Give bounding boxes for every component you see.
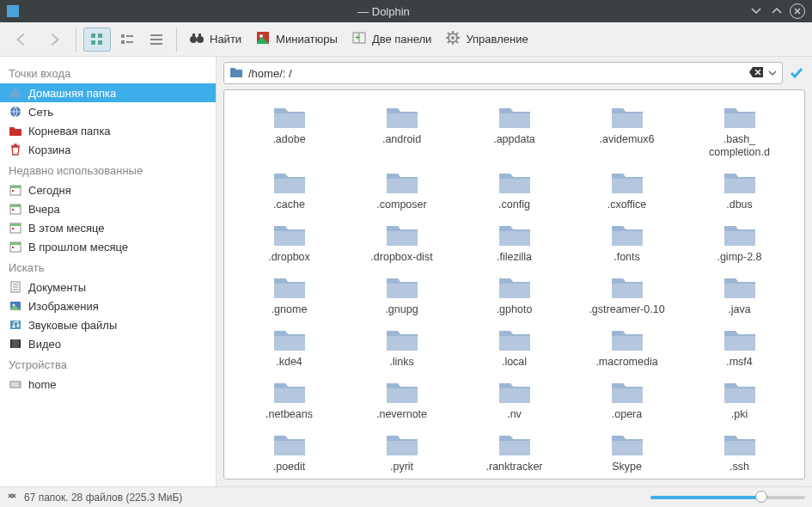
folder-item[interactable]: .cache	[233, 168, 345, 213]
folder-item[interactable]: .pyrit	[345, 430, 458, 475]
view-icons-button[interactable]	[83, 27, 111, 52]
folder-item[interactable]: Skype	[571, 430, 683, 475]
folder-item[interactable]: .gimp-2.8	[683, 220, 796, 266]
home-icon	[9, 86, 22, 100]
thumbnails-icon	[255, 30, 271, 48]
minimize-button[interactable]	[748, 3, 764, 19]
folder-label: .appdata	[493, 133, 535, 146]
calendar-icon	[9, 183, 22, 197]
folder-item[interactable]: .msf4	[683, 325, 796, 370]
sidebar-item[interactable]: Корзина	[0, 140, 216, 159]
sidebar-item[interactable]: Сеть	[0, 102, 216, 121]
folder-item[interactable]: .links	[345, 325, 458, 370]
sidebar-item[interactable]: Корневая папка	[0, 121, 216, 140]
folder-item[interactable]: .nv	[458, 377, 571, 423]
view-details-button[interactable]	[143, 28, 169, 51]
sidebar-item[interactable]: Видео	[0, 334, 216, 353]
maximize-button[interactable]	[769, 3, 785, 19]
folder-item[interactable]: .gnupg	[345, 272, 458, 318]
thumbnails-button[interactable]: Миниатюры	[250, 27, 343, 52]
sidebar-item-label: home	[28, 378, 57, 391]
folder-label: .ranktracker	[486, 461, 543, 473]
sidebar-item[interactable]: Документы	[0, 278, 216, 296]
svg-point-21	[451, 36, 455, 40]
titlebar: — Dolphin	[0, 0, 812, 22]
folder-item[interactable]: .android	[345, 102, 458, 161]
view-compact-button[interactable]	[114, 28, 140, 51]
sidebar-item[interactable]: Домашняя папка	[0, 83, 216, 102]
folder-item[interactable]: .appdata	[458, 102, 571, 161]
gear-icon	[445, 30, 461, 48]
folder-item[interactable]: .nevernote	[345, 377, 458, 423]
zoom-handle[interactable]	[755, 491, 767, 503]
folder-item[interactable]: .poedit	[233, 430, 345, 475]
folder-label: .filezilla	[497, 251, 532, 264]
sidebar-item[interactable]: home	[0, 375, 216, 394]
sidebar-item[interactable]: Вчера	[0, 199, 216, 218]
folder-item[interactable]: .adobe	[233, 102, 345, 161]
folder-label: .gnome	[272, 303, 308, 316]
folder-label: .pyrit	[390, 461, 413, 473]
folder-item[interactable]: .ranktracker	[458, 430, 571, 475]
folder-label: .android	[382, 133, 421, 146]
collapse-status-icon[interactable]	[7, 491, 17, 504]
folder-item[interactable]: .dbus	[683, 168, 796, 213]
back-button[interactable]	[7, 27, 36, 52]
folder-item[interactable]: .java	[683, 272, 796, 318]
find-label: Найти	[210, 33, 241, 46]
sidebar-item-label: Видео	[28, 338, 61, 351]
sidebar-item[interactable]: Звуковые файлы	[0, 315, 216, 334]
window-title: — Dolphin	[24, 5, 743, 18]
folder-label: .pki	[731, 408, 748, 421]
folder-item[interactable]: .pki	[683, 377, 796, 423]
accept-path-button[interactable]	[788, 64, 805, 82]
folder-label: .netbeans	[266, 408, 313, 421]
clear-path-icon[interactable]	[749, 67, 763, 80]
folder-item[interactable]: .local	[458, 325, 571, 370]
split-button[interactable]: + Две панели	[346, 27, 437, 52]
forward-button[interactable]	[40, 27, 69, 52]
close-button[interactable]	[790, 3, 805, 19]
svg-rect-46	[19, 339, 21, 348]
folder-item[interactable]: .gstreamer-0.10	[571, 272, 683, 318]
sidebar-item[interactable]: Изображения	[0, 296, 216, 315]
folder-item[interactable]: .avidemux6	[571, 102, 683, 161]
svg-rect-33	[10, 242, 21, 245]
zoom-slider[interactable]	[650, 496, 805, 499]
folder-label: .nevernote	[376, 408, 427, 421]
sidebar-item[interactable]: В этом месяце	[0, 218, 216, 237]
folder-label: .local	[502, 356, 527, 369]
path-text: /home/: /	[248, 67, 744, 80]
control-button[interactable]: Управление	[440, 27, 533, 52]
thumbnails-label: Миниатюры	[276, 33, 338, 46]
sidebar: Точки входаДомашняя папкаСетьКорневая па…	[0, 57, 217, 486]
folder-item[interactable]: .gphoto	[458, 272, 571, 318]
chevron-down-icon[interactable]	[768, 67, 777, 80]
status-text: 67 папок. 28 файлов (225.3 МиБ)	[24, 492, 182, 504]
svg-rect-34	[12, 247, 14, 248]
folder-item[interactable]: .opera	[571, 377, 683, 423]
sidebar-section-title: Устройства	[0, 353, 216, 375]
folder-item[interactable]: .config	[458, 168, 571, 213]
folder-item[interactable]: .dropbox-dist	[345, 220, 458, 266]
folder-item[interactable]: .ssh	[683, 430, 796, 475]
folder-item[interactable]: .gnome	[233, 272, 345, 318]
folder-item[interactable]: .macromedia	[571, 325, 683, 370]
path-input[interactable]: /home/: /	[223, 62, 783, 84]
sidebar-item[interactable]: Сегодня	[0, 180, 216, 199]
folder-item[interactable]: .dropbox	[233, 220, 345, 266]
folder-item[interactable]: .kde4	[233, 325, 345, 370]
folder-item[interactable]: .filezilla	[458, 220, 571, 266]
calendar-icon	[9, 202, 22, 216]
sidebar-item-label: Вчера	[28, 203, 60, 216]
folder-item[interactable]: .composer	[345, 168, 458, 213]
folder-item[interactable]: .fonts	[571, 220, 683, 266]
sidebar-item[interactable]: В прошлом месяце	[0, 237, 216, 256]
trash-icon	[9, 143, 22, 156]
files-scroll[interactable]: .adobe.android.appdata.avidemux6.bash_ c…	[224, 90, 804, 479]
folder-item[interactable]: .bash_ completion.d	[683, 102, 796, 161]
find-button[interactable]: Найти	[184, 27, 247, 52]
folder-item[interactable]: .netbeans	[233, 377, 345, 423]
folder-item[interactable]: .cxoffice	[571, 168, 683, 213]
folder-label: .config	[498, 199, 530, 211]
